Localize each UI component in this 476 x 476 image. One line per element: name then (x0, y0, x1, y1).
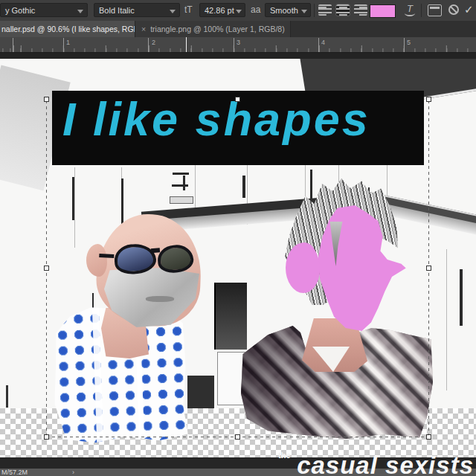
document-tab-bar: naller.psd @ 90.6% (I like shapes, RGB/8… (0, 21, 476, 37)
font-size-input[interactable]: 42.86 pt (199, 3, 245, 17)
document-size-readout: M/57.2M (1, 469, 28, 476)
commit-edits-button[interactable]: ✓ (464, 3, 474, 16)
cancel-edits-button[interactable] (448, 4, 459, 15)
oven-front (214, 283, 247, 350)
canvas-area[interactable]: I like shapes (0, 52, 476, 476)
ruler-cursor-indicator (186, 37, 187, 52)
mouth (146, 296, 174, 302)
tab-active-document[interactable]: naller.psd @ 90.6% (I like shapes, RGB/8… (0, 21, 135, 37)
sunglasses-right-lens (156, 243, 194, 274)
warp-text-button[interactable]: T (402, 4, 417, 17)
font-style-value: Bold Italic (99, 6, 135, 15)
ruler-number: 4 (321, 39, 325, 46)
cabinet-seam (446, 249, 447, 390)
anti-alias-value: Smooth (270, 6, 298, 15)
artist-prefix-text: the (278, 451, 291, 460)
transform-handle-mid-right[interactable] (426, 266, 431, 271)
align-center-button[interactable] (336, 4, 350, 16)
status-flyout-chevron[interactable]: › (72, 469, 74, 476)
cabinet-edge-line (6, 385, 8, 408)
chevron-down-icon (301, 10, 307, 13)
transform-handle-top-right[interactable] (426, 97, 431, 102)
tab-label: triangle.png @ 100% (Layer 1, RGB/8) (150, 25, 285, 33)
transform-handle-bottom-left[interactable] (44, 434, 49, 440)
artist-name-text: casual sexists (297, 451, 474, 476)
align-right-button[interactable] (354, 4, 367, 16)
cabinet-handle (121, 178, 123, 225)
text-color-swatch[interactable] (370, 4, 396, 18)
transform-handle-bottom-right[interactable] (426, 434, 431, 440)
sunglasses-left-lens (113, 242, 157, 276)
dark-appliance (187, 376, 214, 408)
font-style-select[interactable]: Bold Italic (94, 3, 180, 17)
ruler-number: 3 (237, 39, 240, 46)
chevron-down-icon (170, 10, 176, 13)
cabinet-seam (74, 167, 75, 248)
font-size-icon: tT (184, 4, 193, 15)
text-options-bar: y Gothic Bold Italic tT 42.86 pt aa Smoo… (0, 0, 476, 22)
transform-handle-top-left[interactable] (44, 97, 49, 102)
headline-band: I like shapes (52, 91, 424, 165)
tab-label: naller.psd @ 90.6% (I like shapes, RGB/8… (1, 25, 135, 33)
ruler-number: 2 (152, 39, 155, 46)
toggle-panels-button[interactable] (428, 4, 442, 16)
pink-ear-blob (286, 242, 320, 293)
cabinet-handle (242, 176, 245, 198)
ruler-number: 1 (66, 39, 70, 46)
horizontal-ruler[interactable]: 1 2 3 4 5 (0, 37, 476, 53)
transform-handle-top-center[interactable] (235, 97, 240, 102)
transform-handle-mid-left[interactable] (44, 266, 49, 271)
divider (314, 4, 315, 17)
chevron-down-icon (236, 10, 242, 13)
tab-triangle-document[interactable]: ×triangle.png @ 100% (Layer 1, RGB/8) (135, 21, 291, 37)
chevron-down-icon (77, 10, 83, 13)
headline-text: I like shapes (62, 92, 370, 146)
sunglasses (107, 236, 201, 283)
cabinet-seam (387, 165, 387, 198)
font-family-value: y Gothic (5, 6, 35, 15)
align-left-button[interactable] (318, 4, 332, 16)
left-figure-ear (86, 244, 107, 277)
transform-handle-bottom-center[interactable] (235, 434, 240, 440)
anti-alias-icon: aa (251, 4, 260, 15)
sunglasses-bridge (151, 248, 160, 253)
photoshop-window: y Gothic Bold Italic tT 42.86 pt aa Smoo… (0, 0, 476, 476)
cabinet-handle (72, 177, 74, 220)
anti-alias-select[interactable]: Smooth (265, 3, 311, 17)
ruler-number: 5 (407, 39, 411, 46)
cabinet-handle (460, 269, 463, 326)
font-family-select[interactable]: y Gothic (0, 3, 88, 17)
sunglasses-arm (99, 254, 114, 258)
close-icon[interactable]: × (141, 25, 146, 33)
divider (421, 4, 422, 17)
font-size-value: 42.86 pt (205, 6, 234, 15)
